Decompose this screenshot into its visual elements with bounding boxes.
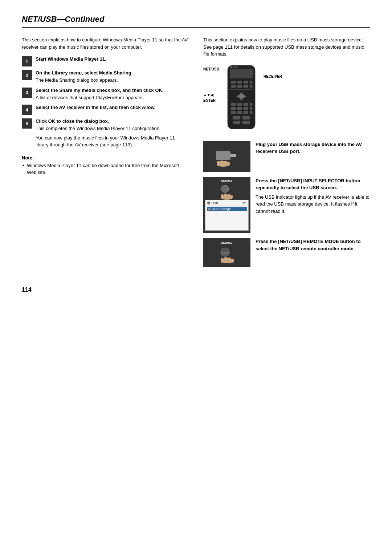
step-4-number: 4 — [22, 105, 32, 115]
svg-point-15 — [239, 94, 243, 98]
svg-rect-1 — [230, 69, 253, 78]
svg-rect-53 — [221, 258, 224, 263]
svg-rect-31 — [242, 121, 250, 124]
svg-rect-6 — [231, 85, 236, 88]
svg-rect-4 — [244, 81, 248, 84]
svg-rect-24 — [231, 111, 236, 114]
step-4-title: Select the AV receiver in the list, and … — [36, 105, 189, 110]
svg-point-49 — [208, 208, 211, 210]
svg-text:N/USB: N/USB — [223, 189, 229, 191]
svg-rect-3 — [237, 81, 242, 84]
step-5-number: 5 — [22, 118, 32, 129]
svg-rect-27 — [250, 111, 253, 114]
right-step-2-image: NET/USB N/USB — [203, 177, 250, 233]
receiver-label: RECEIVER — [264, 74, 282, 78]
svg-rect-45 — [228, 194, 230, 199]
usb-screen-mockup: U USB 1:1 USB Storage — [205, 200, 249, 231]
note-title: Note: — [22, 155, 189, 161]
svg-rect-8 — [244, 85, 248, 88]
left-column: This section explains how to configure W… — [22, 36, 189, 272]
svg-rect-21 — [237, 107, 242, 110]
note-section: Note: Windows Media Player 11 can be dow… — [22, 155, 189, 176]
receiver-diagram: NET/USB ▲▼◀ ENTER — [203, 64, 370, 134]
right-column: This section explains how to play music … — [203, 36, 370, 272]
svg-rect-33 — [216, 151, 230, 160]
right-step-3-title: Press the [NET/USB] REMOTE MODE button t… — [256, 238, 370, 252]
svg-rect-29 — [242, 116, 250, 119]
svg-rect-20 — [231, 107, 236, 110]
step-4: 4 Select the AV receiver in the list, an… — [22, 105, 189, 115]
page-number: 114 — [22, 287, 370, 293]
svg-rect-23 — [250, 107, 253, 110]
svg-text:N/USB: N/USB — [221, 251, 229, 254]
right-step-2-title: Press the [NET/USB] INPUT SELECTOR butto… — [256, 177, 370, 191]
svg-rect-25 — [237, 111, 242, 114]
step-5: 5 Click OK to close the dialog box. This… — [22, 118, 189, 149]
step-5-desc1: This completes the Windows Media Player … — [36, 125, 189, 132]
step-3: 3 Select the Share my media check box, a… — [22, 88, 189, 101]
step-5-title: Click OK to close the dialog box. — [36, 118, 189, 124]
svg-rect-34 — [230, 154, 236, 157]
right-step-1-title: Plug your USB mass storage device into t… — [256, 141, 370, 155]
step-5-desc2: You can now play the music files in your… — [36, 134, 189, 149]
step-3-desc: A list of devices that support PlaysForS… — [36, 94, 189, 101]
svg-rect-9 — [250, 85, 253, 88]
svg-rect-18 — [244, 103, 248, 106]
note-bullet: Windows Media Player 11 can be downloade… — [22, 162, 189, 176]
svg-rect-22 — [244, 107, 248, 110]
svg-rect-28 — [233, 116, 240, 119]
step-1: 1 Start Windows Media Player 11. — [22, 56, 189, 66]
enter-label: ENTER — [203, 98, 219, 102]
step-3-number: 3 — [22, 88, 32, 98]
step-2-title: On the Library menu, select Media Sharin… — [36, 70, 189, 76]
right-step-1-image — [203, 141, 250, 172]
svg-rect-44 — [224, 194, 227, 199]
svg-text:U: U — [207, 202, 209, 204]
step-2-desc: The Media Sharing dialog box appears. — [36, 77, 189, 84]
svg-rect-54 — [224, 257, 227, 263]
usb-screen-page: 1:1 — [242, 201, 247, 205]
svg-rect-43 — [221, 194, 224, 199]
svg-rect-26 — [244, 111, 248, 114]
step-2: 2 On the Library menu, select Media Shar… — [22, 70, 189, 84]
right-intro-text: This section explains how to play music … — [203, 36, 370, 58]
right-step-3-image: NET/USB N/USB — [203, 238, 250, 267]
svg-rect-17 — [237, 103, 242, 106]
step-3-title: Select the Share my media check box, and… — [36, 88, 189, 93]
right-step-2: NET/USB N/USB — [203, 177, 370, 233]
svg-rect-16 — [231, 103, 236, 106]
step-2-number: 2 — [22, 70, 32, 80]
step-1-number: 1 — [22, 56, 32, 66]
usb-screen-storage-row: USB Storage — [207, 207, 247, 211]
usb-screen-header-left: U USB — [207, 201, 218, 205]
svg-rect-5 — [250, 81, 253, 84]
arrows-label: ▲▼◀ — [203, 93, 219, 97]
right-step-1: Plug your USB mass storage device into t… — [203, 141, 370, 172]
remote-control-image: NET/USB — [221, 64, 261, 134]
svg-rect-55 — [228, 258, 231, 263]
svg-text:NET/USB: NET/USB — [230, 66, 238, 68]
svg-rect-46 — [230, 195, 233, 199]
svg-rect-10 — [230, 89, 253, 90]
right-step-2-desc: The USB indicator lights up if the AV re… — [256, 194, 370, 215]
svg-rect-30 — [233, 121, 240, 124]
step-1-title: Start Windows Media Player 11. — [36, 56, 189, 62]
svg-rect-7 — [237, 85, 242, 88]
svg-rect-39 — [228, 162, 230, 166]
svg-rect-2 — [231, 81, 236, 84]
net-usb-label: NET/USB — [203, 67, 219, 71]
page-title: NET/USB—Continued — [22, 15, 370, 28]
svg-rect-19 — [250, 103, 253, 106]
left-intro-text: This section explains how to configure W… — [22, 36, 189, 50]
right-step-3: NET/USB N/USB Press the [NET/USB] REMOTE… — [203, 238, 370, 267]
svg-rect-38 — [224, 161, 227, 166]
svg-rect-56 — [231, 259, 234, 263]
svg-rect-37 — [220, 161, 223, 166]
svg-rect-36 — [217, 161, 220, 166]
